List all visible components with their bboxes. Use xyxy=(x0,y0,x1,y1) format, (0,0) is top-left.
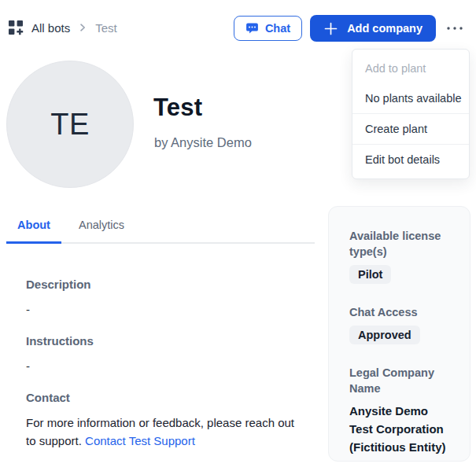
tab-analytics[interactable]: Analytics xyxy=(77,212,124,242)
license-info-card: Available license type(s) Pilot Chat Acc… xyxy=(328,206,470,462)
chat-access-badge: Approved xyxy=(349,326,420,344)
instructions-value: - xyxy=(26,359,300,373)
avatar-initials: TE xyxy=(50,108,90,142)
instructions-section: Instructions - xyxy=(26,334,300,373)
license-type-heading: Available license type(s) xyxy=(349,228,454,259)
breadcrumb-all-bots[interactable]: All bots xyxy=(31,21,70,35)
menu-item-add-to-plant: Add to plant xyxy=(352,53,469,83)
all-bots-grid-icon xyxy=(8,20,24,35)
menu-item-create-plant[interactable]: Create plant xyxy=(352,114,469,144)
legal-company-name-heading: Legal Company Name xyxy=(349,365,454,396)
legal-company-name-value: Anysite Demo Test Corporation (Fictitiou… xyxy=(349,402,454,456)
description-heading: Description xyxy=(26,278,300,291)
tab-bar: About Analytics xyxy=(6,212,315,244)
menu-item-no-plants-available[interactable]: No plants available xyxy=(352,83,469,113)
chevron-right-icon xyxy=(78,23,87,32)
contact-heading: Contact xyxy=(26,391,300,404)
breadcrumb: All bots Test xyxy=(8,20,117,35)
ellipsis-icon xyxy=(445,24,464,32)
contact-support-link[interactable]: Contact Test Support xyxy=(85,434,195,447)
add-company-button-label: Add company xyxy=(347,22,422,35)
page-title: Test xyxy=(153,94,202,122)
bot-avatar: TE xyxy=(6,61,134,188)
tab-about[interactable]: About xyxy=(6,212,61,244)
description-section: Description - xyxy=(26,278,300,316)
bot-profile-page: All bots Test Chat xyxy=(0,0,476,471)
about-panel: Description - Instructions - Contact For… xyxy=(26,278,300,450)
menu-item-edit-bot-details[interactable]: Edit bot details xyxy=(352,145,469,175)
chat-access-heading: Chat Access xyxy=(349,304,454,320)
instructions-heading: Instructions xyxy=(26,334,300,348)
chat-button[interactable]: Chat xyxy=(234,16,302,41)
more-options-button[interactable] xyxy=(444,17,466,39)
add-company-button[interactable]: Add company xyxy=(310,15,436,42)
contact-section: Contact For more information or feedback… xyxy=(26,391,300,450)
description-value: - xyxy=(26,303,300,316)
chat-bubble-icon xyxy=(245,22,259,35)
bot-byline: by Anysite Demo xyxy=(154,135,252,150)
bot-options-dropdown-menu: Add to plant No plants available Create … xyxy=(352,49,470,179)
chat-button-label: Chat xyxy=(265,22,290,35)
topbar-actions: Chat Add company xyxy=(234,15,466,42)
plus-icon xyxy=(323,21,338,36)
contact-paragraph: For more information or feedback, please… xyxy=(26,414,300,450)
breadcrumb-current: Test xyxy=(95,21,117,35)
license-badge: Pilot xyxy=(349,265,391,284)
